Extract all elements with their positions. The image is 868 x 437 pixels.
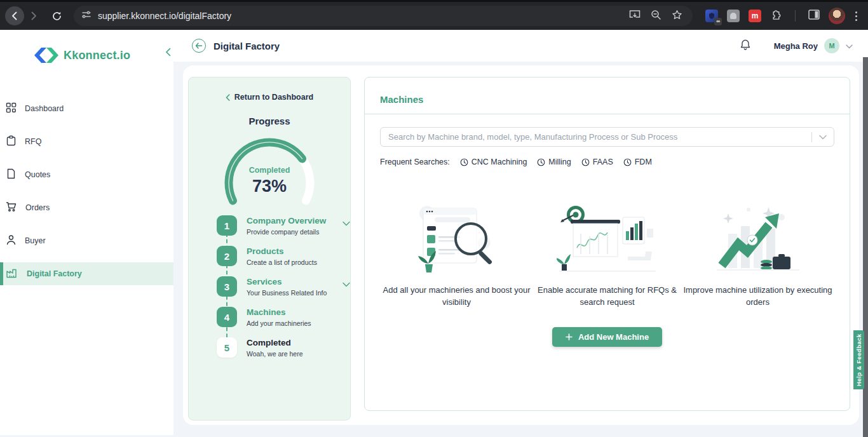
document-icon <box>6 168 17 182</box>
machine-search-input[interactable] <box>381 132 811 142</box>
help-feedback-tab[interactable]: Help & Feedback <box>853 330 864 389</box>
bookmark-star-icon[interactable] <box>672 10 682 23</box>
step-services[interactable]: 3 Services Your Business Related Info <box>217 276 350 297</box>
frequent-search-faas[interactable]: FAAS <box>581 158 613 166</box>
sidebar-nav: Dashboard RFQ Quotes <box>0 97 173 285</box>
feature-add-machinery: Add all your machineries and boost your … <box>381 202 532 309</box>
chevron-down-icon[interactable] <box>342 217 350 229</box>
step-company-overview[interactable]: 1 Company Overview Provide company detai… <box>217 215 350 236</box>
feature-caption: Improve machine utilization by executing… <box>682 285 833 309</box>
notification-bell-icon[interactable] <box>740 39 751 53</box>
toolbar-separator <box>795 10 796 22</box>
side-panel-icon[interactable] <box>808 10 820 22</box>
browser-back-button[interactable] <box>5 6 24 25</box>
browser-reload-button[interactable] <box>47 6 66 25</box>
content-card: Return to Dashboard Progress Completed 7… <box>183 65 859 425</box>
clipboard-icon <box>6 135 17 149</box>
site-info-icon[interactable] <box>81 10 92 22</box>
gauge-percent: 73% <box>210 177 329 196</box>
step-subtitle: Provide company details <box>247 228 350 236</box>
cart-icon <box>6 201 17 215</box>
address-bar[interactable]: supplier.kkonnect.io/digitalFactory <box>74 6 693 26</box>
sidebar-item-label: Dashboard <box>25 104 64 113</box>
history-clock-icon <box>581 158 590 166</box>
step-subtitle: Woah, we are here <box>247 350 350 358</box>
user-avatar[interactable]: M <box>824 38 839 53</box>
growth-arrow-illustration <box>682 202 833 273</box>
step-completed[interactable]: 5 Completed Woah, we are here <box>217 337 350 358</box>
feature-accurate-matching: Enable accurate matching for RFQs & sear… <box>532 202 682 309</box>
extension-red-icon[interactable]: m <box>749 10 761 22</box>
step-machines[interactable]: 4 Machines Add your machineries <box>217 307 350 327</box>
history-clock-icon <box>537 158 545 166</box>
step-title: Machines <box>247 307 350 318</box>
page-title: Digital Factory <box>214 41 280 51</box>
user-menu-chevron-icon[interactable] <box>846 40 853 51</box>
sidebar-item-dashboard[interactable]: Dashboard <box>0 97 173 120</box>
app-frame: Kkonnect.io Dashboard <box>0 30 868 435</box>
progress-panel: Return to Dashboard Progress Completed 7… <box>188 77 351 420</box>
sidebar-item-label: Buyer <box>25 236 46 245</box>
sidebar-item-quotes[interactable]: Quotes <box>0 163 173 186</box>
progress-gauge: Completed 73% <box>210 129 329 212</box>
step-subtitle: Create a list of products <box>247 259 350 266</box>
sidebar-item-label: Quotes <box>25 170 50 179</box>
sidebar-item-orders[interactable]: Orders <box>0 196 173 219</box>
sidebar-item-label: Digital Factory <box>25 269 82 278</box>
frequent-search-milling[interactable]: Milling <box>537 158 571 166</box>
browser-profile-avatar[interactable] <box>829 8 845 24</box>
feature-row: Add all your machineries and boost your … <box>380 202 834 309</box>
sidebar-collapse-icon[interactable] <box>165 48 171 59</box>
extension-shield-icon[interactable]: ∞ <box>705 10 718 22</box>
chevron-left-icon <box>226 94 230 101</box>
machines-title: Machines <box>380 94 423 105</box>
plus-icon <box>566 333 573 340</box>
extension-infinity-badge: ∞ <box>714 18 722 25</box>
sidebar: Kkonnect.io Dashboard <box>0 30 173 435</box>
machines-panel: Machines Frequent Searches: CNC M <box>364 77 850 411</box>
dashboard-grid-icon <box>6 102 17 116</box>
frequent-searches-label: Frequent Searches: <box>380 158 450 166</box>
zoom-out-icon[interactable] <box>651 10 661 23</box>
step-title: Completed <box>247 338 350 348</box>
brand-name: Kkonnect.io <box>64 49 130 62</box>
brand-logo[interactable]: Kkonnect.io <box>0 30 173 73</box>
add-new-machine-button[interactable]: Add New Machine <box>552 327 662 347</box>
search-dropdown-chevron-icon[interactable] <box>812 135 834 140</box>
history-clock-icon <box>460 158 468 166</box>
machine-search-box <box>380 127 834 147</box>
progress-title: Progress <box>189 116 350 126</box>
step-title: Services <box>247 277 350 287</box>
frequent-search-fdm[interactable]: FDM <box>623 158 652 166</box>
content-area: Return to Dashboard Progress Completed 7… <box>173 62 868 435</box>
chevron-down-icon[interactable] <box>342 278 350 290</box>
step-title: Products <box>247 246 350 257</box>
browser-forward-button[interactable] <box>24 6 43 25</box>
extensions-puzzle-icon[interactable] <box>770 9 782 24</box>
sidebar-item-rfq[interactable]: RFQ <box>0 130 173 153</box>
brand-logo-icon <box>34 48 58 63</box>
sidebar-item-label: Orders <box>25 203 50 212</box>
step-subtitle: Your Business Related Info <box>247 289 350 297</box>
frequent-searches: Frequent Searches: CNC Machining Milling… <box>380 158 834 166</box>
user-name[interactable]: Megha Roy <box>774 41 818 51</box>
step-subtitle: Add your machineries <box>247 319 350 327</box>
sidebar-item-buyer[interactable]: Buyer <box>0 229 173 252</box>
gauge-completed-label: Completed <box>210 166 329 175</box>
sidebar-item-digital-factory[interactable]: Digital Factory <box>0 262 173 285</box>
main-area: Digital Factory Megha Roy M <box>173 30 868 435</box>
history-clock-icon <box>623 158 632 166</box>
install-app-icon[interactable] <box>629 10 641 22</box>
url-text[interactable]: supplier.kkonnect.io/digitalFactory <box>98 11 629 21</box>
frequent-search-cnc[interactable]: CNC Machining <box>460 158 527 166</box>
return-to-dashboard-link[interactable]: Return to Dashboard <box>189 93 350 102</box>
page-back-icon[interactable] <box>192 39 206 53</box>
factory-building-icon <box>6 267 17 281</box>
extension-gray-icon[interactable] <box>727 10 740 22</box>
browser-toolbar: supplier.kkonnect.io/digitalFactory <box>0 0 868 30</box>
feature-utilization: Improve machine utilization by executing… <box>682 202 833 309</box>
browser-menu-icon[interactable] <box>850 11 862 21</box>
step-title: Company Overview <box>247 216 350 226</box>
step-products[interactable]: 2 Products Create a list of products <box>217 246 350 266</box>
matching-charts-illustration <box>532 202 682 273</box>
